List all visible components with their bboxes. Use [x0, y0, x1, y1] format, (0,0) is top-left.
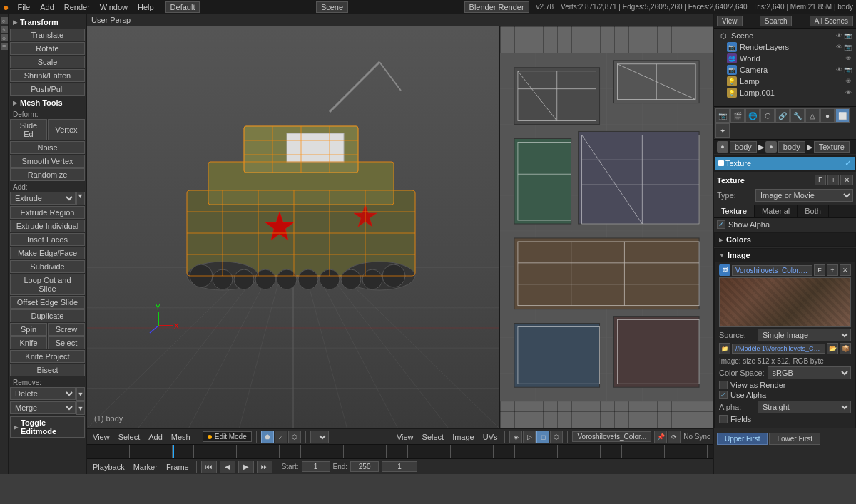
image-filename-display[interactable]: Voroshilovets_Color.png [732, 265, 812, 276]
make-edge-face-btn[interactable]: Make Edge/Face [10, 247, 85, 259]
bisect-btn[interactable]: Bisect [10, 364, 85, 376]
image-file-btn-x[interactable]: ✕ [840, 264, 851, 276]
data-prop-icon[interactable]: △ [805, 108, 820, 123]
eye-icon-scene[interactable]: 👁 [836, 32, 842, 39]
path-texture[interactable]: Texture [814, 141, 850, 153]
toolbar-icon-1[interactable]: ⟳ [1, 17, 8, 24]
image-section-header[interactable]: ▼ Image [715, 249, 855, 262]
eye-icon-world[interactable]: 👁 [845, 55, 852, 62]
image-file-btn-add[interactable]: + [827, 264, 838, 276]
knife-project-btn[interactable]: Knife Project [10, 350, 85, 363]
duplicate-btn[interactable]: Duplicate [10, 309, 85, 322]
spin-btn[interactable]: Spin [10, 323, 47, 336]
select-menu[interactable]: Select [116, 433, 143, 441]
vertex-btn[interactable]: Vertex [48, 119, 85, 140]
edge-mode-icon[interactable]: ⟋ [275, 431, 287, 443]
uv-vert-icon[interactable]: ◈ [509, 431, 522, 443]
uvs-menu[interactable]: UVs [480, 433, 501, 441]
knife-btn[interactable]: Knife [10, 336, 47, 349]
texture-slot-item[interactable]: Texture ✓ [715, 157, 855, 170]
scale-btn[interactable]: Scale [10, 56, 85, 68]
rotate-btn[interactable]: Rotate [10, 42, 85, 55]
lamp001-item[interactable]: 💡 Lamp.001 👁 [724, 87, 855, 98]
randomize-btn[interactable]: Randomize [10, 168, 85, 181]
render-prop-icon[interactable]: 📷 [715, 108, 730, 123]
marker-menu[interactable]: Marker [131, 463, 160, 471]
merge-arrow[interactable]: ▼ [76, 401, 85, 415]
main-3d-viewport[interactable]: X Y (1) body [87, 26, 499, 428]
alpha-select[interactable]: Straight [758, 401, 851, 413]
menu-help[interactable]: Help [133, 0, 158, 14]
subdivide-btn[interactable]: Subdivide [10, 260, 85, 273]
filepath-btn[interactable]: 📂 [827, 343, 838, 354]
vert-mode-icon[interactable]: ⬟ [261, 431, 274, 443]
tab-texture[interactable]: Texture [714, 205, 755, 217]
render-icon-scene[interactable]: 📷 [844, 32, 852, 39]
fields-check[interactable] [719, 415, 728, 423]
path-body2[interactable]: body [778, 141, 805, 153]
texture-file-display[interactable]: Voroshilovets_Color... [572, 431, 651, 442]
texture-prop-icon[interactable]: ⬜ [835, 108, 850, 123]
menu-window[interactable]: Window [96, 0, 132, 14]
play-forward-end-btn[interactable]: ⏭ [257, 461, 272, 473]
toolbar-icon-4[interactable]: ☰ [1, 43, 8, 50]
material-prop-icon[interactable]: ● [820, 108, 835, 123]
toolbar-icon-3[interactable]: ⊕ [1, 34, 8, 41]
path-body1[interactable]: body [730, 141, 757, 153]
render-icon-rl[interactable]: 📷 [844, 43, 852, 51]
lower-first-btn[interactable]: Lower First [769, 433, 820, 445]
layout-selector[interactable]: Default [165, 1, 200, 13]
end-frame-input[interactable] [350, 461, 379, 472]
uv-island-icon[interactable]: ⬡ [550, 431, 563, 443]
particle-prop-icon[interactable]: ✦ [715, 123, 730, 138]
type-select[interactable]: Image or Movie [755, 189, 853, 202]
select-menu-uv[interactable]: Select [419, 433, 447, 441]
show-alpha-check[interactable]: ✓ [717, 220, 725, 229]
engine-selector[interactable]: Blender Render [464, 1, 529, 13]
upper-first-btn[interactable]: Upper First [717, 433, 768, 445]
add-menu[interactable]: Add [146, 433, 165, 441]
shrink-fatten-btn[interactable]: Shrink/Fatten [10, 69, 85, 82]
menu-file[interactable]: File [13, 0, 34, 14]
play-back-btn[interactable]: ◀ [220, 461, 235, 473]
constraint-prop-icon[interactable]: 🔗 [775, 108, 790, 123]
scene-selector[interactable]: Scene [316, 1, 348, 13]
scene-prop-icon[interactable]: 🎬 [730, 108, 745, 123]
eye-icon-lamp001[interactable]: 👁 [845, 89, 852, 96]
noise-btn[interactable]: Noise [10, 141, 85, 154]
object-prop-icon[interactable]: ⬡ [760, 108, 775, 123]
transform-space-select[interactable]: Global [310, 431, 329, 443]
tex-f-btn[interactable]: F [815, 175, 826, 185]
view-menu[interactable]: View [90, 433, 113, 441]
start-frame-input[interactable] [302, 461, 330, 472]
screw-btn[interactable]: Screw [48, 323, 85, 336]
play-forward-btn[interactable]: ▶ [238, 461, 254, 473]
uv-edge-icon[interactable]: ▷ [523, 431, 536, 443]
pin-icon[interactable]: 📌 [654, 431, 667, 443]
colorspace-select[interactable]: sRGB [768, 366, 851, 379]
restrict-icon-cam[interactable]: 📷 [844, 66, 852, 73]
tab-material[interactable]: Material [755, 205, 798, 217]
delete-arrow[interactable]: ▼ [76, 387, 85, 401]
view-btn-rp[interactable]: View [717, 16, 743, 26]
camera-item[interactable]: 📷 Camera 👁 📷 [724, 64, 855, 76]
eye-icon-lamp[interactable]: 👁 [845, 78, 852, 85]
extrude-select[interactable]: Extrude [10, 192, 76, 205]
view-as-render-check[interactable] [719, 381, 728, 389]
edit-mode-selector[interactable]: Edit Mode [203, 431, 252, 442]
extrude-arrow[interactable]: ▼ [76, 192, 85, 205]
frame-num-display[interactable]: 1 [382, 461, 417, 472]
face-mode-icon[interactable]: ⬡ [288, 431, 301, 443]
merge-select[interactable]: Merge [10, 401, 76, 414]
lamp-item[interactable]: 💡 Lamp 👁 [724, 76, 855, 87]
playback-menu[interactable]: Playback [90, 463, 128, 471]
play-back-end-btn[interactable]: ⏮ [201, 461, 217, 473]
modifier-prop-icon[interactable]: 🔧 [790, 108, 805, 123]
toggle-editmode-btn[interactable]: Toggle Editmode [10, 416, 85, 438]
uv-editor-panel[interactable] [499, 26, 713, 428]
uv-face-icon[interactable]: ◻ [536, 431, 549, 443]
smooth-vertex-btn[interactable]: Smooth Vertex [10, 155, 85, 168]
filepath-pack-btn[interactable]: 📦 [840, 343, 851, 354]
eye-icon-rl[interactable]: 👁 [836, 43, 842, 51]
mesh-menu[interactable]: Mesh [168, 433, 193, 441]
